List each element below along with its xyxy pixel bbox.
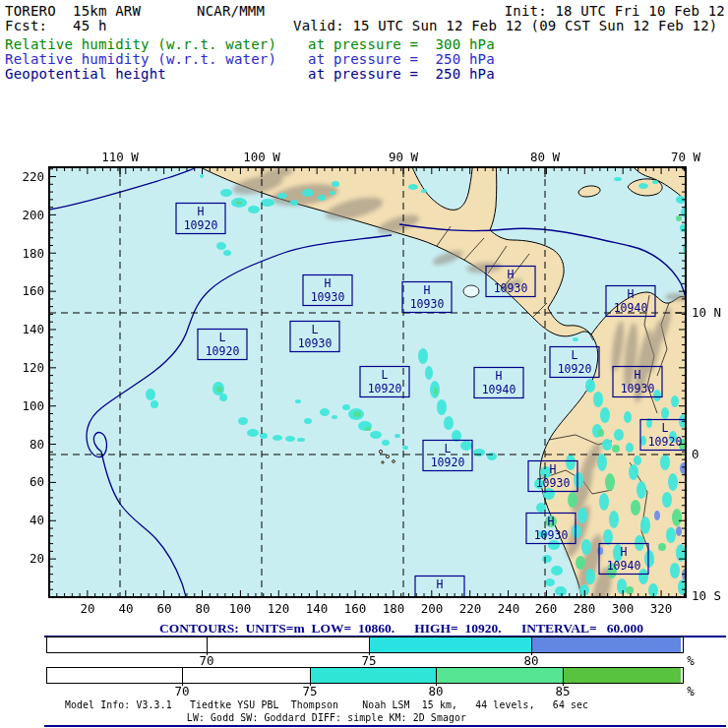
svg-text:160: 160 — [22, 283, 44, 298]
svg-text:220: 220 — [22, 169, 44, 184]
svg-text:10920: 10920 — [184, 218, 218, 232]
lake-nicaragua — [463, 285, 479, 297]
svg-text:L: L — [445, 442, 452, 455]
svg-text:240: 240 — [498, 601, 520, 616]
colorbar-tick-label: 80 — [523, 653, 538, 668]
colorbar-unit-label: % — [687, 653, 695, 668]
colorbar-segment — [207, 637, 369, 652]
svg-text:H: H — [424, 283, 431, 297]
svg-text:10940: 10940 — [482, 383, 516, 396]
colorbar-segment — [47, 637, 207, 652]
svg-text:L: L — [312, 323, 319, 336]
svg-text:200: 200 — [22, 208, 44, 222]
svg-text:L: L — [219, 331, 226, 344]
svg-text:10920: 10920 — [558, 362, 592, 376]
svg-text:H: H — [635, 368, 641, 382]
svg-text:H: H — [621, 545, 628, 559]
svg-text:10930: 10930 — [298, 336, 333, 350]
svg-text:60: 60 — [156, 601, 171, 616]
model-info-line1: Model Info: V3.3.1 Tiedtke YSU PBL Thomp… — [65, 699, 588, 710]
svg-text:200: 200 — [421, 601, 444, 616]
svg-text:L: L — [662, 421, 669, 435]
colorbar-segment — [531, 637, 681, 652]
svg-text:300: 300 — [612, 601, 635, 616]
svg-text:H: H — [198, 205, 205, 218]
svg-text:180: 180 — [383, 601, 405, 616]
svg-text:100: 100 — [229, 601, 252, 616]
colorbar-tick-label: 70 — [199, 653, 213, 668]
svg-text:120: 120 — [268, 601, 290, 616]
svg-text:100 W: 100 W — [243, 150, 280, 164]
svg-text:10930: 10930 — [311, 290, 345, 304]
colorbar-segment — [47, 668, 182, 683]
svg-text:H: H — [628, 287, 635, 301]
svg-text:10920: 10920 — [431, 455, 465, 469]
svg-text:H: H — [550, 462, 557, 476]
svg-text:10930: 10930 — [621, 382, 655, 395]
colorbar-rh300 — [46, 637, 684, 653]
svg-text:H: H — [496, 369, 503, 383]
svg-text:10920: 10920 — [206, 344, 240, 358]
svg-text:120: 120 — [22, 360, 44, 375]
svg-text:10 N: 10 N — [692, 305, 721, 320]
colorbar-segment — [369, 637, 531, 652]
svg-text:H: H — [437, 577, 444, 591]
svg-text:L: L — [382, 368, 389, 382]
colorbar-tick-label: 75 — [361, 653, 376, 668]
weather-map: H10920H10930H10930H10930H10940L10920L109… — [0, 0, 728, 728]
svg-text:40: 40 — [118, 601, 133, 616]
svg-text:100: 100 — [22, 398, 44, 413]
svg-text:40: 40 — [30, 513, 44, 527]
svg-text:260: 260 — [535, 601, 558, 616]
divider-bottom-rule — [44, 725, 726, 727]
svg-text:0: 0 — [692, 447, 699, 461]
model-info-line2: LW: Godd SW: Goddard DIFF: simple KM: 2D… — [187, 712, 466, 723]
svg-text:80: 80 — [30, 437, 44, 452]
svg-text:20: 20 — [80, 601, 94, 616]
svg-text:280: 280 — [574, 601, 596, 616]
svg-text:20: 20 — [30, 551, 44, 566]
svg-text:10940: 10940 — [614, 301, 648, 315]
svg-text:10 S: 10 S — [692, 588, 721, 603]
svg-text:140: 140 — [306, 601, 329, 616]
svg-text:10920: 10920 — [648, 435, 683, 449]
colorbar-tick-label: 75 — [302, 684, 317, 698]
colorbar-rh250 — [46, 667, 684, 684]
svg-text:L: L — [572, 348, 578, 362]
colorbar-segment — [182, 668, 310, 683]
colorbar-segment — [563, 668, 681, 683]
svg-text:220: 220 — [459, 601, 482, 616]
svg-text:140: 140 — [22, 322, 44, 336]
svg-text:10930: 10930 — [534, 528, 569, 542]
svg-text:10930: 10930 — [494, 281, 528, 295]
svg-text:10920: 10920 — [368, 382, 402, 395]
svg-text:10930: 10930 — [410, 297, 445, 311]
svg-text:H: H — [548, 515, 555, 528]
svg-text:10940: 10940 — [607, 559, 641, 573]
svg-text:70 W: 70 W — [671, 150, 701, 164]
colorbar-tick-label: 85 — [555, 684, 570, 698]
svg-text:H: H — [508, 268, 515, 281]
svg-text:80 W: 80 W — [530, 150, 561, 164]
weather-plot-page: TORERO 15km ARW NCAR/MMM Init: 18 UTC Fr… — [0, 0, 728, 728]
colorbar-segment — [310, 668, 436, 683]
colorbar-unit-label: % — [687, 684, 695, 698]
svg-text:160: 160 — [344, 601, 367, 616]
contour-info-line: CONTOURS: UNITS=m LOW= 10860. HIGH= 1092… — [159, 621, 643, 637]
svg-text:H: H — [325, 276, 332, 290]
svg-text:80: 80 — [195, 601, 210, 616]
svg-text:10930: 10930 — [536, 476, 571, 490]
svg-text:90 W: 90 W — [389, 150, 419, 164]
svg-text:320: 320 — [650, 601, 673, 616]
colorbar-segment — [436, 668, 563, 683]
svg-text:180: 180 — [22, 246, 44, 261]
svg-text:60: 60 — [30, 474, 44, 489]
colorbar-tick-label: 80 — [428, 684, 443, 698]
svg-text:110 W: 110 W — [101, 150, 139, 164]
colorbar-tick-label: 70 — [174, 684, 189, 698]
